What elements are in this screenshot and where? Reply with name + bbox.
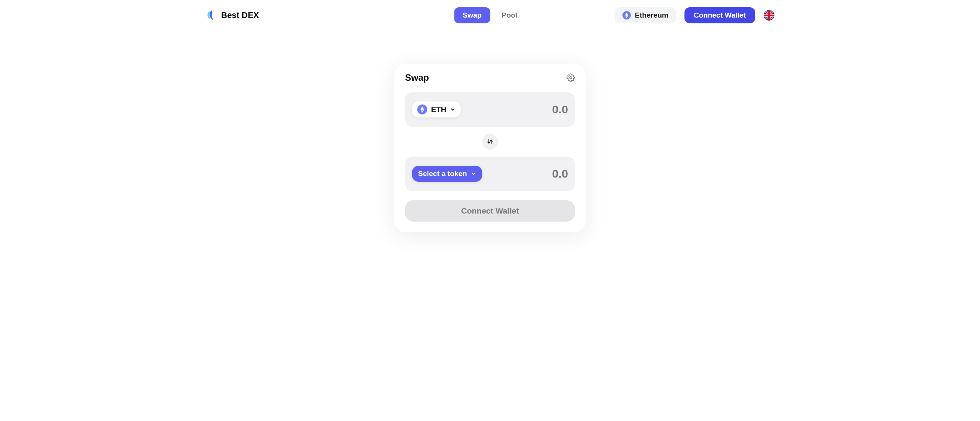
logo-icon xyxy=(206,10,217,21)
app-header: Best DEX Swap Pool Ethereum Connect Wall… xyxy=(191,7,790,24)
tab-pool[interactable]: Pool xyxy=(493,7,526,23)
chevron-down-icon xyxy=(471,171,476,176)
swap-from-box: ETH xyxy=(405,92,575,127)
svg-point-2 xyxy=(570,77,572,79)
swap-card: Swap ETH xyxy=(394,64,586,232)
swap-card-header: Swap xyxy=(405,72,575,83)
swap-title: Swap xyxy=(405,72,429,83)
gear-icon[interactable] xyxy=(567,73,575,82)
from-amount-input[interactable] xyxy=(511,103,568,116)
select-token-label: Select a token xyxy=(418,170,467,178)
network-label: Ethereum xyxy=(635,11,668,20)
chevron-down-icon xyxy=(450,107,456,112)
swap-arrow-container xyxy=(405,127,575,157)
swap-arrows-icon xyxy=(487,138,493,145)
to-amount-input[interactable] xyxy=(511,167,568,180)
ethereum-icon xyxy=(417,104,427,114)
from-token-selector[interactable]: ETH xyxy=(412,101,461,117)
logo-text: Best DEX xyxy=(221,10,259,20)
connect-wallet-button[interactable]: Connect Wallet xyxy=(684,7,755,23)
to-token-selector[interactable]: Select a token xyxy=(412,166,482,182)
nav-tabs: Swap Pool xyxy=(454,7,526,23)
language-selector-uk-flag-icon[interactable] xyxy=(764,10,774,21)
tab-swap[interactable]: Swap xyxy=(454,7,490,23)
from-token-symbol: ETH xyxy=(431,105,446,114)
swap-direction-button[interactable] xyxy=(482,134,498,150)
logo-section[interactable]: Best DEX xyxy=(206,10,259,21)
header-right: Ethereum Connect Wallet xyxy=(615,7,774,23)
ethereum-icon xyxy=(622,11,631,20)
swap-action-button[interactable]: Connect Wallet xyxy=(405,200,575,222)
network-selector[interactable]: Ethereum xyxy=(615,7,676,23)
swap-to-box: Select a token xyxy=(405,157,575,191)
